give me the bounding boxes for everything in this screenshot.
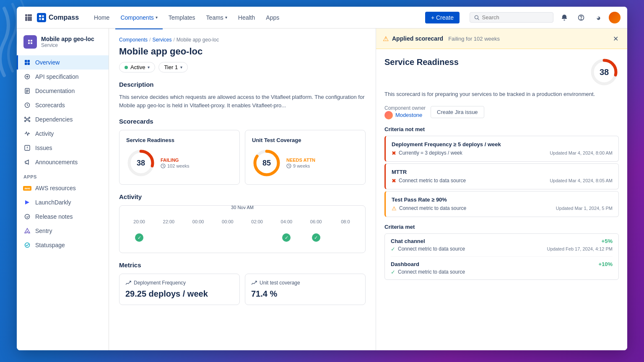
- issues-label: Issues: [35, 145, 52, 151]
- green-check-6: ✓: [312, 233, 320, 242]
- criteria-item-1: Deployment Frequency ≥ 5 deploys / week …: [384, 136, 619, 162]
- svg-rect-2: [30, 14, 32, 16]
- panel-body: Service Readiness 38 This scorecard is f…: [376, 49, 627, 350]
- criteria-met-header-1: Chat channel +5%: [391, 238, 613, 244]
- sidebar-service-info: Mobile app geo-loc Service: [41, 36, 94, 48]
- search-box[interactable]: [470, 12, 553, 23]
- sidebar-item-statuspage[interactable]: Statuspage: [17, 238, 109, 252]
- scorecard-title-2: Unit Test Coverage: [252, 137, 358, 143]
- breadcrumb-services[interactable]: Services: [152, 37, 171, 43]
- apps-section-label: APPS: [17, 169, 109, 181]
- api-spec-label: API specification: [35, 73, 79, 80]
- nav-apps[interactable]: Apps: [261, 12, 284, 23]
- criteria-met-detail-2: ✓ Connect metric to data source: [391, 269, 613, 275]
- scorecard-unit-test[interactable]: Unit Test Coverage 85 NEEDS ATTN: [245, 130, 366, 185]
- components-chevron: ▾: [156, 15, 158, 20]
- svg-point-15: [581, 19, 581, 19]
- sidebar-item-issues[interactable]: Issues: [17, 141, 109, 155]
- metric-title-2: Unit test coverage: [251, 280, 359, 286]
- panel-warning-icon: ⚠: [383, 35, 389, 43]
- user-avatar[interactable]: [609, 12, 621, 23]
- criteria-item-detail-2: ✖ Connect metric to data source Updated …: [392, 178, 613, 184]
- service-icon: [23, 35, 37, 49]
- sidebar-item-announcements[interactable]: Announcements: [17, 155, 109, 169]
- nav-teams[interactable]: Teams ▾: [201, 12, 232, 23]
- sidebar-item-launchdarkly[interactable]: LaunchDarkly: [17, 195, 109, 209]
- chart-dot-7: [331, 231, 360, 244]
- criteria-item-time-1: Updated Mar 4, 2024, 8:00 AM: [550, 150, 613, 155]
- tier-badge[interactable]: Tier 1 ▾: [158, 62, 188, 72]
- scorecards-grid: Service Readiness 38 FAILING: [119, 130, 366, 185]
- nav-components[interactable]: Components ▾: [115, 12, 162, 23]
- time-label-1: 20:00: [125, 219, 154, 224]
- chart-dot-4: [242, 231, 272, 244]
- svg-point-29: [25, 215, 30, 219]
- chart-dot-2: [184, 231, 213, 244]
- status-badge[interactable]: Active ▾: [119, 62, 155, 72]
- overview-label: Overview: [35, 59, 60, 66]
- breadcrumb-components[interactable]: Components: [119, 37, 148, 43]
- panel-owner-link[interactable]: Modestone: [384, 111, 426, 119]
- svg-rect-11: [39, 18, 41, 20]
- docs-label: Documentation: [35, 88, 75, 94]
- svg-rect-19: [28, 63, 30, 65]
- breadcrumb-sep-1: /: [149, 37, 151, 43]
- aws-icon: aws: [23, 184, 31, 192]
- search-input[interactable]: [482, 14, 549, 21]
- svg-point-27: [29, 121, 30, 122]
- activity-section-title: Activity: [119, 193, 366, 200]
- sidebar-header: Mobile app geo-loc Service: [17, 35, 109, 55]
- chart-time-labels: 20:00 22:00 00:00 00:00 02:00 04:00 06:0…: [125, 219, 360, 224]
- criteria-not-met-list: Deployment Frequency ≥ 5 deploys / week …: [384, 136, 619, 217]
- panel-close-button[interactable]: ✕: [610, 34, 621, 44]
- sidebar-item-api-spec[interactable]: API specification: [17, 70, 109, 84]
- criteria-met-text-1: Connect metric to data source: [398, 246, 465, 252]
- nav-items: Home Components ▾ Templates Teams ▾ Heal…: [89, 12, 422, 23]
- panel-owner-name: Modestone: [395, 112, 422, 118]
- green-check-5: ✓: [282, 233, 291, 242]
- sidebar-item-docs[interactable]: Documentation: [17, 84, 109, 98]
- settings-icon[interactable]: [592, 12, 604, 23]
- launchdarkly-label: LaunchDarkly: [35, 199, 71, 206]
- check-icon-1: ✓: [391, 246, 395, 252]
- score-value-2: 85: [262, 159, 271, 168]
- criteria-item-detail-3: ⚠ Connect metric to data source Updated …: [392, 205, 613, 212]
- sentry-icon: [23, 227, 31, 235]
- sidebar-item-sentry[interactable]: Sentry: [17, 224, 109, 238]
- metric-label-2: Unit test coverage: [260, 280, 300, 286]
- nav-templates[interactable]: Templates: [164, 12, 200, 23]
- create-jira-issue-button[interactable]: Create Jira issue: [431, 106, 484, 118]
- time-label-3: 00:00: [184, 219, 213, 224]
- nav-home[interactable]: Home: [89, 12, 114, 23]
- sidebar-item-aws[interactable]: aws AWS resources: [17, 181, 109, 195]
- sidebar-item-scorecards[interactable]: Scorecards: [17, 98, 109, 112]
- status-dot: [125, 66, 128, 69]
- create-button[interactable]: + Create: [425, 12, 460, 23]
- svg-rect-8: [30, 19, 32, 21]
- criteria-met-title-2: Dashboard: [391, 261, 598, 267]
- help-icon[interactable]: [575, 12, 587, 23]
- app-logo[interactable]: Compass: [37, 13, 79, 22]
- announcements-icon: [23, 158, 31, 166]
- chart-header: 30 Nov AM 20:00 22:00 00:00 00:00 02:00 …: [125, 211, 360, 224]
- score-value-1: 38: [137, 159, 145, 168]
- svg-rect-18: [25, 63, 27, 65]
- notifications-icon[interactable]: [558, 12, 570, 23]
- scorecards-icon: [23, 101, 31, 109]
- sidebar-item-activity[interactable]: Activity: [17, 127, 109, 141]
- sidebar-item-overview[interactable]: Overview: [17, 55, 109, 70]
- svg-point-30: [25, 243, 30, 248]
- grid-icon[interactable]: [23, 13, 34, 23]
- time-label-8: 08:0: [331, 219, 360, 224]
- nav-health[interactable]: Health: [233, 12, 260, 23]
- scorecard-service-readiness[interactable]: Service Readiness 38 FAILING: [119, 130, 240, 185]
- criteria-item-detail-1: ✖ Currently = 3 deploys / week Updated M…: [392, 150, 613, 156]
- teams-chevron: ▾: [225, 15, 227, 20]
- criteria-met-title-1: Chat channel: [391, 238, 602, 244]
- criteria-met-time-1: Updated Feb 17, 2024, 4:12 PM: [547, 246, 613, 251]
- sidebar-item-release-notes[interactable]: Release notes: [17, 209, 109, 224]
- scorecard-title-1: Service Readiness: [126, 137, 233, 143]
- panel-header-title: Applied scorecard: [392, 35, 443, 42]
- nav-right: [470, 12, 621, 23]
- sidebar-item-dependencies[interactable]: Dependencies: [17, 112, 109, 127]
